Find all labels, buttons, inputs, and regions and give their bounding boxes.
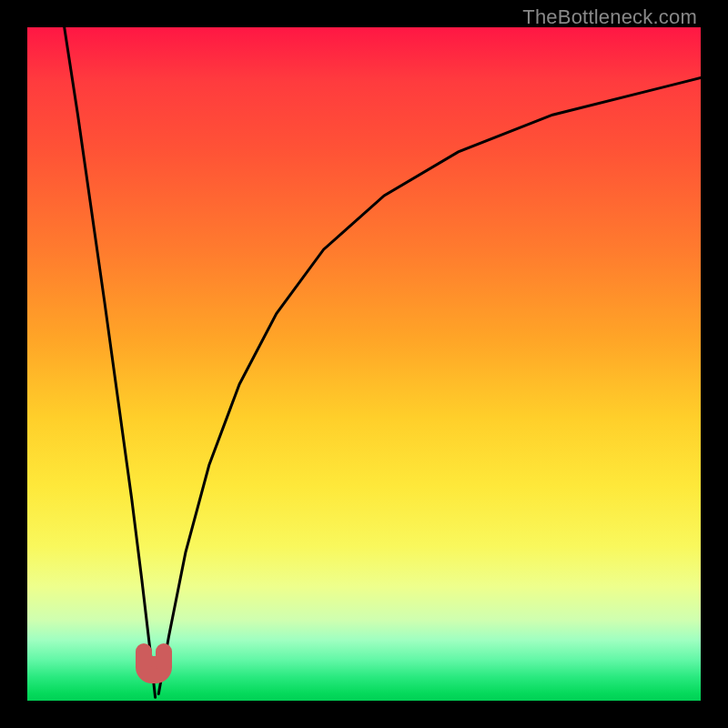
bottleneck-curve bbox=[27, 27, 701, 701]
bottleneck-curve-right-branch bbox=[158, 78, 701, 694]
bottleneck-curve-left-branch bbox=[65, 27, 156, 697]
watermark-text: TheBottleneck.com bbox=[522, 5, 697, 29]
optimal-marker bbox=[136, 656, 172, 683]
plot-frame bbox=[27, 27, 701, 701]
